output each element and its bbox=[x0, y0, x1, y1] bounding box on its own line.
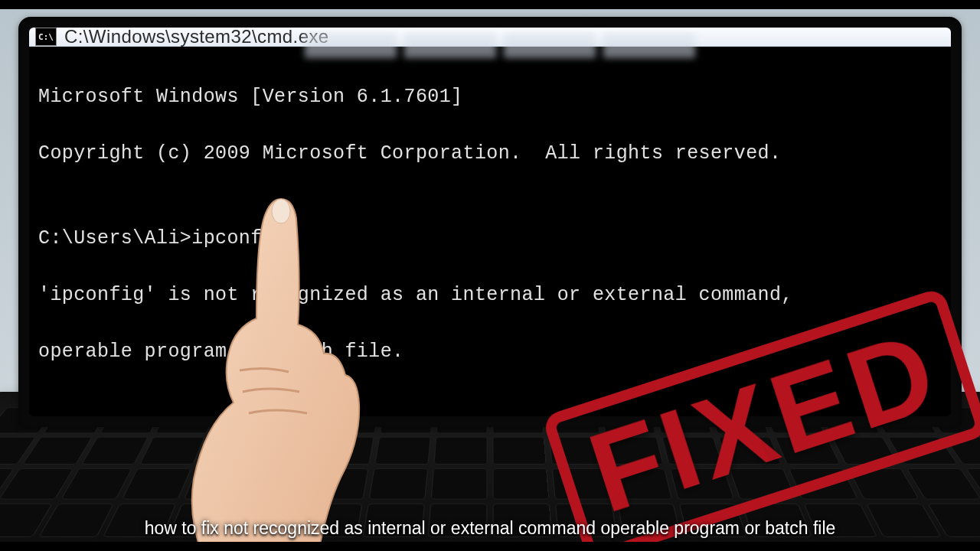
video-frame: C:\ C:\Windows\system32\cmd.exe Microsof… bbox=[0, 0, 980, 551]
window-title: C:\Windows\system32\cmd.exe bbox=[64, 28, 329, 46]
video-caption: how to fix not recognized as internal or… bbox=[0, 517, 980, 540]
screen: C:\ C:\Windows\system32\cmd.exe Microsof… bbox=[29, 28, 951, 416]
cmd-window: C:\ C:\Windows\system32\cmd.exe Microsof… bbox=[29, 28, 951, 416]
terminal-error-line: operable program or batch file. bbox=[38, 337, 942, 366]
laptop-graphic: C:\ C:\Windows\system32\cmd.exe Microsof… bbox=[18, 17, 962, 522]
background-tabs-blur bbox=[305, 32, 695, 58]
terminal-prompt: C:\Users\Ali>ipconfig bbox=[38, 224, 942, 253]
title-bar[interactable]: C:\ C:\Windows\system32\cmd.exe bbox=[29, 28, 951, 47]
terminal-line: Copyright (c) 2009 Microsoft Corporation… bbox=[38, 139, 942, 168]
cmd-icon: C:\ bbox=[35, 28, 57, 46]
letterbox-top bbox=[0, 0, 980, 9]
letterbox-bottom bbox=[0, 542, 980, 551]
terminal-line: Microsoft Windows [Version 6.1.7601] bbox=[38, 83, 942, 111]
terminal-error-line: 'ipconfig' is not recognized as an inter… bbox=[38, 281, 942, 309]
terminal-output[interactable]: Microsoft Windows [Version 6.1.7601] Cop… bbox=[29, 47, 951, 416]
screen-bezel: C:\ C:\Windows\system32\cmd.exe Microsof… bbox=[18, 17, 962, 427]
